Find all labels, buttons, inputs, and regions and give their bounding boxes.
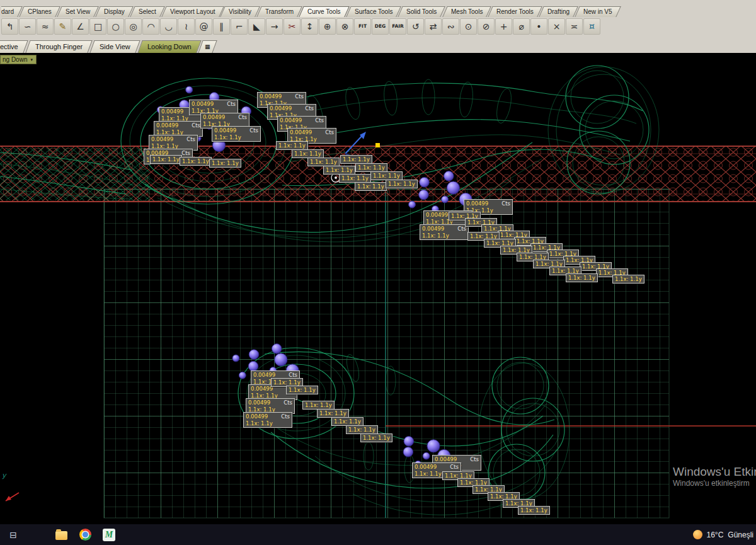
- join-curve-icon[interactable]: ⊕: [319, 18, 336, 35]
- curve-deviation-icon[interactable]: ≍: [566, 18, 583, 35]
- coordinate-tag[interactable]: 1.1x: 1.1y: [292, 149, 324, 158]
- sketch-icon[interactable]: ✎: [54, 18, 71, 35]
- gem-sphere[interactable]: [249, 350, 259, 360]
- coordinate-tag[interactable]: 1.1x: 1.1y: [180, 157, 212, 166]
- coordinate-tag[interactable]: 1.1x: 1.1y: [355, 163, 387, 172]
- control-point-curve-icon[interactable]: ∽: [19, 18, 36, 35]
- coordinate-tag[interactable]: 1.1x: 1.1y: [346, 425, 378, 434]
- gem-sphere[interactable]: [420, 177, 430, 187]
- change-degree-icon[interactable]: DEG: [372, 18, 389, 35]
- curve-boolean-icon[interactable]: ⊙: [460, 18, 477, 35]
- weather-widget[interactable]: 16°C Güneşli: [693, 530, 754, 539]
- gumball-handle[interactable]: [375, 143, 380, 147]
- gem-sphere[interactable]: [423, 452, 430, 459]
- gem-sphere[interactable]: [248, 361, 258, 371]
- coordinate-tag[interactable]: 1.1x: 1.1y: [339, 174, 371, 183]
- coordinate-tag[interactable]: 1.1x: 1.1y: [566, 273, 598, 282]
- gem-sphere[interactable]: [409, 201, 416, 208]
- menu-tab-set-view[interactable]: Set View: [57, 6, 99, 17]
- gem-sphere[interactable]: [239, 372, 246, 379]
- show-desktop-icon[interactable]: ⊟: [6, 528, 20, 542]
- coordinate-tag[interactable]: 1.1x: 1.1y: [386, 180, 418, 188]
- gem-sphere[interactable]: [186, 86, 193, 93]
- match-curve-icon[interactable]: ⇄: [425, 18, 442, 35]
- menu-tab-surface-tools[interactable]: Surface Tools: [346, 6, 401, 17]
- viewport-canvas[interactable]: y 0.00499Cts1.1x: 1.1y0.00499Cts1.1x: 1.…: [0, 53, 756, 524]
- coordinate-tag[interactable]: 1.1x: 1.1y: [323, 166, 355, 175]
- circle-icon[interactable]: ○: [107, 18, 124, 35]
- coordinate-tag[interactable]: 1.1x: 1.1y: [340, 155, 372, 164]
- gem-sphere[interactable]: [447, 181, 459, 194]
- drape-icon[interactable]: ¤: [583, 18, 600, 35]
- gem-sphere[interactable]: [232, 355, 239, 362]
- curve-cascade-icon[interactable]: ↰: [1, 18, 18, 35]
- viewport-title-menu[interactable]: ng Down ▾: [0, 55, 37, 64]
- coordinate-tag[interactable]: 1.1x: 1.1y: [331, 417, 364, 426]
- interpolate-curve-icon[interactable]: ≈: [37, 18, 54, 35]
- adjust-end-bulge-icon[interactable]: +: [495, 18, 512, 35]
- matrix-app-icon[interactable]: M: [102, 528, 116, 542]
- menu-tab-display[interactable]: Display: [95, 6, 133, 17]
- polyline-icon[interactable]: ∠: [72, 18, 89, 35]
- gem-sphere[interactable]: [275, 353, 287, 366]
- gem-sphere[interactable]: [272, 344, 282, 354]
- coordinate-tag[interactable]: 1.1x: 1.1y: [612, 275, 644, 284]
- gem-sphere[interactable]: [403, 447, 413, 457]
- blend-curve-icon[interactable]: ∾: [442, 18, 459, 35]
- viewport-tab-side-view[interactable]: Side View: [89, 40, 140, 53]
- ellipse-icon[interactable]: ◎: [125, 18, 142, 35]
- coordinate-tag[interactable]: 1.1x: 1.1y: [317, 409, 349, 418]
- windows-start-icon[interactable]: [30, 528, 44, 542]
- coordinate-tag[interactable]: 1.1x: 1.1y: [276, 141, 308, 150]
- measurement-tag[interactable]: 0.00499Cts1.1x: 1.1y: [243, 412, 292, 428]
- split-curve-icon[interactable]: ↕: [301, 18, 318, 35]
- conic-icon[interactable]: ◡: [160, 18, 177, 35]
- point-editing-icon[interactable]: •: [530, 18, 547, 35]
- insert-knot-icon[interactable]: ×: [548, 18, 565, 35]
- fit-curve-icon[interactable]: FIT: [354, 18, 371, 35]
- viewport-tab-through-finger[interactable]: Through Finger: [25, 40, 92, 53]
- menu-tab-visibility[interactable]: Visibility: [220, 6, 260, 17]
- arc-icon[interactable]: ◠: [142, 18, 159, 35]
- coordinate-tag[interactable]: 1.1x: 1.1y: [209, 159, 241, 168]
- coordinate-tag[interactable]: 1.1x: 1.1y: [360, 433, 392, 442]
- menu-tab-solid-tools[interactable]: Solid Tools: [398, 6, 446, 17]
- menu-tab-mesh-tools[interactable]: Mesh Tools: [442, 6, 491, 17]
- coordinate-tag[interactable]: 1.1x: 1.1y: [150, 155, 182, 164]
- coordinate-tag[interactable]: 1.1x: 1.1y: [370, 171, 403, 180]
- cross-section-icon[interactable]: ⊘: [478, 18, 495, 35]
- menu-tab-select[interactable]: Select: [130, 6, 164, 17]
- gem-sphere[interactable]: [442, 196, 449, 203]
- rebuild-curve-icon[interactable]: ↺: [407, 18, 424, 35]
- coordinate-tag[interactable]: 1.1x: 1.1y: [355, 182, 387, 191]
- gem-sphere[interactable]: [427, 440, 440, 452]
- menu-tab-transform[interactable]: Transform: [256, 6, 302, 17]
- fillet-curve-icon[interactable]: ⌐: [231, 18, 248, 35]
- menu-tab-render-tools[interactable]: Render Tools: [488, 6, 542, 17]
- coordinate-tag[interactable]: 1.1x: 1.1y: [307, 158, 340, 166]
- chamfer-curve-icon[interactable]: ◣: [248, 18, 265, 35]
- viewport-tab-looking-down[interactable]: Looking Down: [137, 40, 201, 53]
- curvature-graph-icon[interactable]: ⌀: [513, 18, 530, 35]
- menu-tab-drafting[interactable]: Drafting: [539, 6, 578, 17]
- viewport-new-tab-button[interactable]: ▦: [198, 40, 217, 53]
- gem-sphere[interactable]: [419, 190, 429, 200]
- gem-sphere[interactable]: [404, 437, 414, 447]
- file-explorer-icon[interactable]: [54, 528, 68, 542]
- spiral-icon[interactable]: @: [195, 18, 212, 35]
- viewport-tab-ective[interactable]: ective: [0, 40, 28, 53]
- trim-curve-icon[interactable]: ✂: [284, 18, 301, 35]
- extend-curve-icon[interactable]: →: [266, 18, 283, 35]
- menu-tab-viewport-layout[interactable]: Viewport Layout: [161, 6, 224, 17]
- helix-icon[interactable]: ≀: [178, 18, 195, 35]
- coordinate-tag[interactable]: 1.1x: 1.1y: [518, 506, 550, 515]
- coordinate-tag[interactable]: 1.1x: 1.1y: [286, 386, 318, 394]
- rectangle-icon[interactable]: □: [89, 18, 106, 35]
- menu-tab-curve-tools[interactable]: Curve Tools: [299, 6, 350, 17]
- measurement-tag[interactable]: 0.00499Cts1.1x: 1.1y: [420, 224, 469, 240]
- menu-tab-cplanes[interactable]: CPlanes: [19, 6, 60, 17]
- measurement-tag[interactable]: 0.00499Cts1.1x: 1.1y: [212, 126, 261, 142]
- offset-curve-icon[interactable]: ∥: [213, 18, 230, 35]
- explode-curve-icon[interactable]: ⊗: [336, 18, 353, 35]
- coordinate-tag[interactable]: 1.1x: 1.1y: [302, 401, 335, 410]
